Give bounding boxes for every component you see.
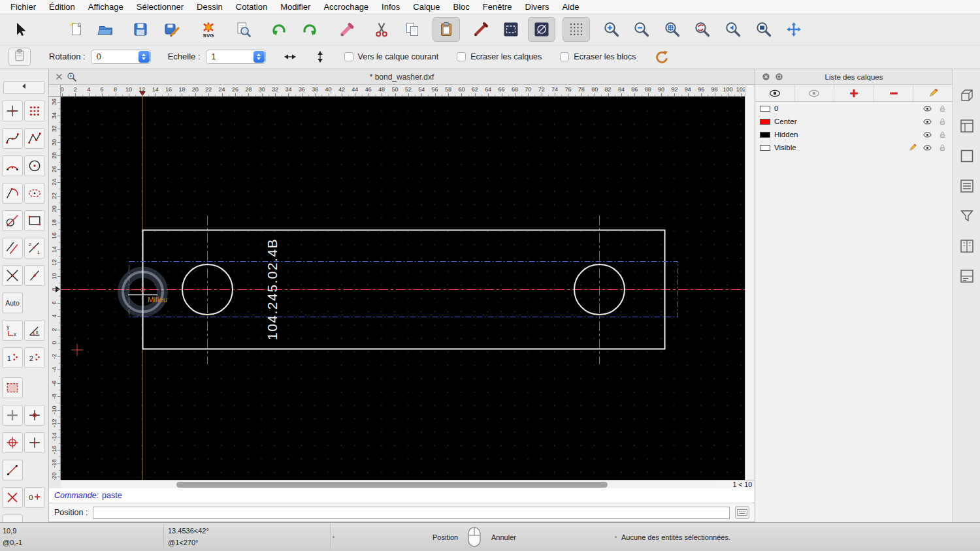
copy-icon[interactable] xyxy=(399,17,426,42)
draw-hatch-icon[interactable] xyxy=(24,101,45,121)
undo-icon[interactable] xyxy=(265,17,293,42)
zoom-previous-icon[interactable] xyxy=(719,17,747,42)
checkbox-ecraser-les-calques[interactable]: Ecraser les calques xyxy=(457,52,542,61)
keyboard-icon[interactable] xyxy=(735,506,749,519)
save-as-icon[interactable] xyxy=(158,17,186,42)
layer-lock-icon[interactable] xyxy=(937,103,948,114)
rotation-select[interactable]: 0 xyxy=(91,50,151,64)
checkbox-vers-le-calque-courant[interactable]: Vers le calque courant xyxy=(344,52,439,61)
draw-polyline-icon[interactable] xyxy=(24,128,45,149)
snap-grid-fine-icon[interactable]: 2 xyxy=(24,347,45,368)
draw-line-cross-icon[interactable] xyxy=(2,265,23,286)
command-line[interactable]: Commande: paste xyxy=(49,488,755,503)
snap-free-icon[interactable] xyxy=(2,405,23,426)
zoom-out-icon[interactable] xyxy=(628,17,655,42)
remove-layer-button[interactable] xyxy=(874,85,914,101)
menu-selectionner[interactable]: Sélectionner xyxy=(130,2,190,12)
zoom-window-icon[interactable] xyxy=(750,17,777,42)
dock-filter-icon[interactable] xyxy=(957,206,977,226)
checkbox-box[interactable] xyxy=(344,52,353,61)
layer-row-center[interactable]: Center xyxy=(755,115,953,128)
menu-bloc[interactable]: Bloc xyxy=(446,2,476,12)
snap-auto-button[interactable]: Auto xyxy=(2,292,23,313)
draw-bisector-icon[interactable]: 21 xyxy=(24,238,45,259)
open-document-icon[interactable] xyxy=(92,17,120,42)
checkbox-box[interactable] xyxy=(560,52,569,61)
dock-entity-list-icon[interactable] xyxy=(957,176,977,196)
snap-center-icon[interactable] xyxy=(2,432,23,453)
draw-tangent-line-icon[interactable] xyxy=(2,210,23,231)
snap-grid-coarse-icon[interactable]: 1 xyxy=(2,347,23,368)
layer-visibility-icon[interactable] xyxy=(922,103,933,114)
restrict-orthogonal-icon[interactable]: yx xyxy=(2,320,23,341)
snap-distance-icon[interactable] xyxy=(2,460,23,480)
dock-layer-list-icon[interactable] xyxy=(957,116,977,136)
layer-visibility-icon[interactable] xyxy=(922,142,933,153)
draw-rectangle-icon[interactable] xyxy=(24,210,45,231)
layer-visibility-icon[interactable] xyxy=(922,129,933,140)
layer-lock-icon[interactable] xyxy=(937,116,948,127)
scrollbar-thumb[interactable] xyxy=(176,482,608,488)
command-input[interactable] xyxy=(93,507,730,519)
edit-layer-button[interactable] xyxy=(913,85,953,101)
edit-attributes-icon[interactable] xyxy=(497,17,525,42)
dock-command-history-icon[interactable] xyxy=(957,266,977,286)
menu-affichage[interactable]: Affichage xyxy=(82,2,130,12)
draw-pen-icon[interactable] xyxy=(467,17,495,42)
checkbox-ecraser-les-blocs[interactable]: Ecraser les blocs xyxy=(560,52,636,61)
layer-visibility-icon[interactable] xyxy=(922,116,933,127)
menu-accrochage[interactable]: Accrochage xyxy=(317,2,375,12)
menu-aide[interactable]: Aide xyxy=(555,2,585,12)
draw-ellipse-icon[interactable] xyxy=(24,183,45,204)
menu-edition[interactable]: Édition xyxy=(42,2,82,12)
panel-close-icon[interactable] xyxy=(760,71,772,83)
horizontal-scrollbar[interactable] xyxy=(61,480,715,488)
draw-arc-icon[interactable] xyxy=(2,155,23,176)
panel-float-icon[interactable] xyxy=(773,71,785,83)
redo-icon[interactable] xyxy=(296,17,323,42)
draw-spline-icon[interactable] xyxy=(2,128,23,149)
select-pointer-icon[interactable] xyxy=(7,17,34,42)
dock-block-list-icon[interactable] xyxy=(957,86,977,106)
draw-line-angle-icon[interactable] xyxy=(24,265,45,286)
lock-relative-zero-icon[interactable]: 0 xyxy=(2,514,23,522)
dock-blank-panel-icon[interactable] xyxy=(957,146,977,166)
snap-angle-icon[interactable]: a xyxy=(24,320,45,341)
snap-endpoint-icon[interactable] xyxy=(24,432,45,453)
menu-calque[interactable]: Calque xyxy=(406,2,446,12)
circle-tool-icon[interactable] xyxy=(528,17,555,42)
cut-icon[interactable] xyxy=(368,17,395,42)
clipboard-options-button[interactable] xyxy=(8,48,31,66)
zoom-redraw-icon[interactable] xyxy=(689,17,716,42)
layer-lock-icon[interactable] xyxy=(937,142,948,153)
save-document-icon[interactable] xyxy=(127,17,154,42)
menu-fenetre[interactable]: Fenêtre xyxy=(476,2,519,12)
menu-divers[interactable]: Divers xyxy=(519,2,556,12)
rotate-ccw-icon[interactable] xyxy=(653,48,670,65)
add-layer-button[interactable] xyxy=(834,85,874,101)
menu-infos[interactable]: Infos xyxy=(375,2,406,12)
layer-row-hidden[interactable]: Hidden xyxy=(755,128,953,141)
layer-lock-icon[interactable] xyxy=(937,129,948,140)
palette-back-button[interactable] xyxy=(3,81,45,94)
new-document-icon[interactable] xyxy=(63,17,90,42)
select-window-icon[interactable] xyxy=(2,377,23,398)
scale-select[interactable]: 1 xyxy=(206,50,266,64)
print-preview-icon[interactable] xyxy=(229,17,257,42)
show-all-layers-button[interactable] xyxy=(755,85,795,101)
zoom-in-icon[interactable] xyxy=(598,17,625,42)
menu-modifier[interactable]: Modifier xyxy=(274,2,317,12)
flip-horizontal-icon[interactable] xyxy=(282,48,299,65)
checkbox-box[interactable] xyxy=(457,52,466,61)
draw-arc-continuation-icon[interactable] xyxy=(2,183,23,204)
zoom-auto-icon[interactable] xyxy=(659,17,686,42)
layer-row-0[interactable]: 0 xyxy=(755,102,953,115)
draw-parallel-icon[interactable] xyxy=(2,238,23,259)
paste-icon[interactable] xyxy=(433,17,460,42)
zoom-pan-icon[interactable] xyxy=(780,17,808,42)
draw-point-icon[interactable] xyxy=(2,101,23,121)
menu-fichier[interactable]: Fichier xyxy=(4,2,42,12)
hide-all-layers-button[interactable] xyxy=(795,85,835,101)
delete-entities-icon[interactable] xyxy=(333,17,361,42)
flip-vertical-icon[interactable] xyxy=(312,48,329,65)
